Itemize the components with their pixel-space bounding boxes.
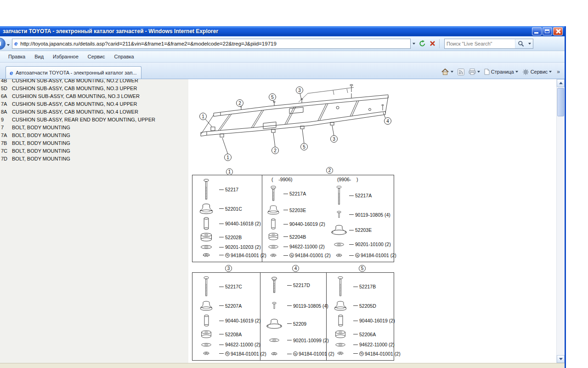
toolbar-overflow-chevron[interactable]: » <box>556 69 561 75</box>
separator <box>439 39 440 48</box>
collar-glyph <box>271 218 276 230</box>
nut-marker: N <box>225 253 230 258</box>
parts-list-row[interactable]: 4BCUSHION SUB-ASSY, CAB MOUNTING, NO.2 L… <box>1 79 188 85</box>
panel-callout-3[interactable]: 3 <box>225 265 232 272</box>
address-bar[interactable]: e <box>12 39 411 49</box>
part-item: 90440-16019 (2) <box>193 315 259 327</box>
chassis-callout[interactable]: 2 <box>272 147 279 154</box>
bolt-glyph <box>203 276 210 297</box>
parts-list-row[interactable]: 7ABOLT, BODY MOUNTING <box>1 132 188 139</box>
washer-glyph <box>200 245 212 249</box>
chassis-callout[interactable]: 1 <box>225 154 232 161</box>
part-number: 90440-16018 (2) <box>225 221 261 226</box>
page-menu-button[interactable]: Страница <box>484 69 518 75</box>
chevron-down-icon <box>413 43 415 45</box>
refresh-button[interactable] <box>417 38 428 49</box>
home-button[interactable] <box>441 68 453 75</box>
address-dropdown[interactable] <box>411 38 417 49</box>
leader-line <box>349 214 354 215</box>
part-item: N 94184-01001 (2) <box>263 253 327 258</box>
nut-glyph <box>271 352 277 356</box>
part-number: 52217B <box>359 284 376 289</box>
chassis-callout[interactable]: 5 <box>269 94 276 101</box>
parts-list-row[interactable]: 7BBOLT, BODY MOUNTING <box>1 139 188 147</box>
chassis-callout[interactable]: 1 <box>200 113 207 120</box>
part-code: 7D <box>1 155 12 163</box>
part-number: 90201-10203 (2) <box>225 244 261 250</box>
menu-item-help[interactable]: Справка <box>110 52 139 61</box>
bolt-glyph <box>271 276 278 294</box>
search-options-dropdown[interactable] <box>526 39 533 48</box>
part-item: N 94184-01001 (2) <box>261 351 325 356</box>
part-number: 90440-16019 (2) <box>289 221 325 227</box>
leader-line <box>349 230 354 230</box>
tools-menu-button[interactable]: Сервис <box>522 69 552 75</box>
panel-3: 52217C 52207A 90440-16019 (2) <box>192 273 260 360</box>
panel-2-early-column: 52217A 52203E <box>262 182 328 262</box>
panel-callout-5[interactable]: 5 <box>359 265 366 272</box>
chassis-callout[interactable]: 4 <box>384 118 391 125</box>
part-number: 52203E <box>355 227 372 233</box>
menu-item-tools[interactable]: Сервис <box>83 52 110 61</box>
close-button[interactable] <box>553 27 563 35</box>
parts-list-row[interactable]: 5DCUSHION SUB-ASSY, CAB MOUNTING, NO.3 U… <box>1 85 188 92</box>
vertical-scrollbar[interactable] <box>556 79 565 363</box>
chassis-callout[interactable]: 2 <box>237 100 243 107</box>
parts-list-row[interactable]: 7DBOLT, BODY MOUNTING <box>1 155 188 163</box>
svg-text:5: 5 <box>271 95 274 100</box>
feeds-button[interactable] <box>458 69 464 75</box>
ie-page-icon: e <box>14 40 17 46</box>
leader-line <box>353 287 358 287</box>
menu-item-favorites[interactable]: Избранное <box>48 52 83 61</box>
variant-header-late: (9906- ) <box>328 177 394 182</box>
parts-list-row[interactable]: 6ACUSHIION SUB-ASSY, CAB MOUNTING, NO.3 … <box>1 92 188 100</box>
part-name: BOLT, BODY MOUNTING <box>12 139 70 147</box>
desktop: запчасти TOYOTA - электронный каталог за… <box>0 0 588 368</box>
collar-glyph <box>338 315 344 327</box>
parts-list-row[interactable]: 9CUSHION SUB-ASSY, REAR END BODY MOUNTIN… <box>1 116 188 124</box>
mount-cushion-glyph <box>265 318 283 330</box>
part-number: 90440-16019 (2) <box>225 318 261 323</box>
leader-line <box>353 334 358 334</box>
panel-callout-1[interactable]: 1 <box>226 168 233 175</box>
scroll-up-button[interactable] <box>557 79 565 87</box>
scroll-down-button[interactable] <box>557 355 565 363</box>
menu-item-edit[interactable]: Правка <box>4 52 30 61</box>
url-input[interactable] <box>19 40 408 47</box>
home-icon <box>441 68 449 75</box>
part-number: 90119-10805 (4) <box>293 303 328 309</box>
parts-list-row[interactable]: 7BOLT, BODY MOUNTING <box>1 124 188 132</box>
command-toolbar: Страница Сервис » <box>441 68 561 79</box>
scrollbar-thumb[interactable] <box>557 88 564 116</box>
maximize-button[interactable] <box>543 27 552 35</box>
leader-line <box>349 196 354 196</box>
cushion-glyph <box>199 233 213 242</box>
navigation-bar: e <box>0 36 565 51</box>
chassis-callout[interactable]: 3 <box>331 136 338 143</box>
part-item: 52205D <box>328 300 393 311</box>
menu-bar: Правка Вид Избранное Сервис Справка <box>0 51 565 63</box>
parts-list-row[interactable]: 7CBOLT, BODY MOUNTING <box>1 147 188 155</box>
minimize-button[interactable] <box>532 27 542 35</box>
part-code: 8A <box>1 108 12 116</box>
print-button[interactable] <box>469 69 480 75</box>
parts-list-row[interactable]: 8ACUSHION SUB-ASSY, CAB MOUNTING, NO.4 L… <box>1 108 188 116</box>
panel-callout-4[interactable]: 4 <box>292 265 299 272</box>
chassis-callout[interactable]: 5 <box>301 144 308 150</box>
search-input[interactable] <box>445 41 515 46</box>
parts-detail-panel-bottom: 52217C 52207A 90440-16019 (2) <box>192 272 394 361</box>
parts-list-row[interactable]: 7ACUSHION SUB-ASSY, CAB MOUNTING, NO.4 U… <box>1 100 188 108</box>
part-item: 94622-11000 (2) <box>263 244 327 249</box>
search-button[interactable] <box>515 39 526 48</box>
back-button[interactable] <box>0 38 6 50</box>
chassis-callout[interactable]: 3 <box>296 87 303 94</box>
stop-button[interactable] <box>428 38 437 49</box>
nav-history-dropdown[interactable] <box>7 40 10 48</box>
part-name: BOLT, BODY MOUNTING <box>12 147 70 155</box>
part-number: 52217A <box>289 191 306 196</box>
panel-callout-2[interactable]: 2 <box>326 167 333 174</box>
tab-active[interactable]: e Автозапчасти TOYOTA - электронный ката… <box>6 66 141 79</box>
part-item: N 94184-01001 (2) <box>193 253 261 258</box>
chevron-down-icon <box>7 44 10 46</box>
menu-item-view[interactable]: Вид <box>30 52 48 61</box>
